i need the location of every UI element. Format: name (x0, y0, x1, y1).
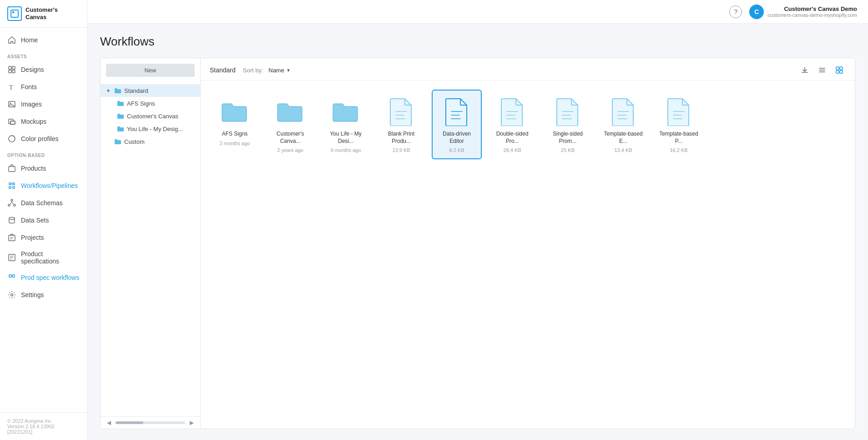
svg-point-8 (10, 103, 11, 104)
scroll-track[interactable] (116, 421, 185, 424)
file-meta: 16.2 KB (670, 147, 687, 153)
svg-rect-4 (9, 70, 11, 73)
file-icon-wrap (665, 96, 692, 128)
svg-rect-22 (840, 67, 843, 70)
color-profiles-icon (7, 134, 16, 143)
sidebar-item-workflows[interactable]: Workflows/Pipelines (0, 177, 87, 194)
file-meta: 13.9 KB (392, 147, 410, 153)
files-toolbar (798, 64, 846, 76)
file-meta: 2 years ago (277, 147, 303, 153)
svg-rect-10 (10, 121, 15, 124)
option-based-section-label: OPTION-BASED (0, 147, 87, 160)
product-spec-icon (7, 253, 16, 262)
chevron-down-icon: ▼ (106, 88, 111, 93)
svg-point-15 (8, 204, 10, 206)
prod-spec-workflows-icon (7, 273, 16, 282)
mockups-icon (7, 117, 16, 126)
sidebar-item-mockups[interactable]: Mockups (0, 113, 87, 130)
tree-item-you-life[interactable]: You Life - My Desig... (101, 122, 200, 135)
list-view-button[interactable] (816, 64, 828, 76)
tree-scroll-area: ◀ ▶ (101, 416, 200, 429)
grid-view-button[interactable] (833, 64, 846, 76)
tree-item-customers-canvas[interactable]: Customer's Canvas (101, 110, 200, 122)
tree-items: ▼ Standard AFS Signs (101, 82, 200, 416)
file-icon-wrap (554, 96, 581, 128)
file-icon-wrap (388, 96, 415, 128)
svg-rect-5 (12, 70, 15, 73)
main-content: ? C Customer's Canvas Demo customers-can… (87, 0, 868, 440)
user-menu[interactable]: C Customer's Canvas Demo customers-canva… (749, 5, 857, 19)
svg-point-16 (14, 204, 15, 206)
home-icon (7, 35, 16, 45)
page-title: Workflows (100, 35, 855, 49)
sidebar-item-data-schemas[interactable]: Data Schemas (0, 194, 87, 212)
folder-icon-wrap (277, 96, 304, 128)
file-meta: 8.2 KB (449, 147, 464, 153)
breadcrumb: Standard (210, 66, 236, 74)
folder-icon (114, 138, 121, 145)
svg-rect-3 (12, 66, 15, 69)
new-button[interactable]: New (106, 64, 195, 77)
file-name: You Life - My Desi... (325, 131, 366, 145)
projects-icon (7, 233, 16, 242)
file-meta: 25 KB (561, 147, 575, 153)
sidebar-item-fonts[interactable]: T Fonts (0, 78, 87, 96)
sort-chevron-icon: ▼ (286, 68, 291, 73)
file-name: Customer's Canva... (270, 131, 311, 145)
folder-icon (117, 100, 124, 107)
file-item-data-driven[interactable]: Data-driven Editor 8.2 KB (432, 90, 482, 159)
tree-item-standard[interactable]: ▼ Standard (101, 84, 200, 97)
sidebar-item-projects[interactable]: Projects (0, 229, 87, 246)
file-meta: 13.4 KB (614, 147, 632, 153)
data-sets-icon (7, 216, 16, 225)
sidebar-item-settings[interactable]: Settings (0, 286, 87, 303)
folder-icon-wrap (221, 96, 248, 128)
sidebar-item-product-specifications[interactable]: Product specifications (0, 246, 87, 269)
file-icon-wrap (499, 96, 526, 128)
logo-text: Customer's Canvas (25, 6, 58, 20)
file-icon-wrap (610, 96, 637, 128)
svg-rect-24 (840, 71, 843, 73)
file-item-single-sided[interactable]: Single-sided Prom... 25 KB (543, 90, 593, 159)
svg-text:T: T (9, 84, 13, 91)
file-item-you-life[interactable]: You Life - My Desi... 9 months ago (321, 90, 371, 159)
file-item-customers-canvas[interactable]: Customer's Canva... 2 years ago (265, 90, 315, 159)
logo[interactable]: Customer's Canvas (0, 0, 87, 28)
file-item-afs-signs[interactable]: AFS Signs 2 months ago (210, 90, 260, 159)
sidebar-item-prod-spec-workflows[interactable]: Prod spec workflows (0, 269, 87, 286)
tree-item-afs-signs[interactable]: AFS Signs (101, 97, 200, 110)
file-name: AFS Signs (222, 131, 248, 138)
svg-rect-23 (836, 71, 839, 73)
workflows-icon (7, 181, 16, 190)
file-icon-wrap (443, 96, 470, 128)
file-name: Template-based E... (603, 131, 644, 145)
sidebar-nav: Home ASSETS Designs T Fonts Images M (0, 28, 87, 412)
file-item-double-sided[interactable]: Double-sided Pro... 28.4 KB (487, 90, 537, 159)
sort-control[interactable]: Sort by: Name ▼ (243, 67, 291, 74)
file-item-template-p[interactable]: Template-based P... 16.2 KB (654, 90, 704, 159)
file-item-template-e[interactable]: Template-based E... 13.4 KB (598, 90, 648, 159)
tree-item-custom[interactable]: ▶ Custom (101, 135, 200, 148)
topbar: ? C Customer's Canvas Demo customers-can… (87, 0, 868, 24)
scroll-right-arrow[interactable]: ▶ (187, 419, 197, 427)
sidebar: Customer's Canvas Home ASSETS Designs T … (0, 0, 87, 440)
svg-rect-13 (9, 167, 15, 172)
sidebar-item-designs[interactable]: Designs (0, 61, 87, 78)
user-info: Customer's Canvas Demo customers-canvas-… (767, 5, 857, 18)
svg-point-14 (11, 199, 13, 201)
help-button[interactable]: ? (729, 5, 742, 18)
scroll-thumb (116, 421, 143, 424)
folder-icon-wrap (332, 96, 359, 128)
sidebar-item-home[interactable]: Home (0, 31, 87, 49)
sidebar-item-data-sets[interactable]: Data Sets (0, 212, 87, 229)
scroll-left-arrow[interactable]: ◀ (104, 419, 114, 427)
files-header: Standard Sort by: Name ▼ (201, 58, 855, 81)
file-item-blank-print[interactable]: Blank Print Produ... 13.9 KB (376, 90, 426, 159)
sidebar-item-color-profiles[interactable]: Color profiles (0, 130, 87, 147)
sidebar-item-products[interactable]: Products (0, 160, 87, 177)
file-name: Template-based P... (658, 131, 699, 145)
sidebar-item-images[interactable]: Images (0, 96, 87, 113)
download-button[interactable] (798, 64, 811, 76)
file-name: Blank Print Produ... (381, 131, 422, 145)
fonts-icon: T (7, 82, 16, 91)
